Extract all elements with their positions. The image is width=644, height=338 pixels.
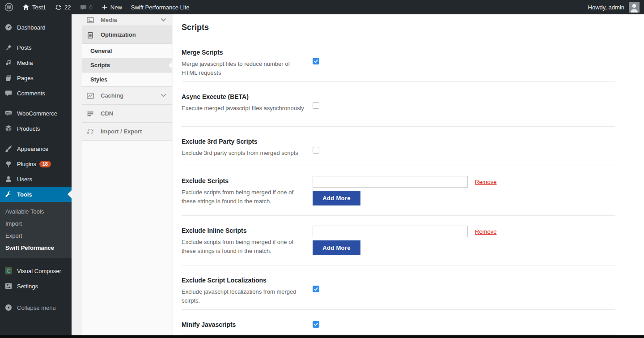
howdy-label: Howdy, admin [588,4,624,11]
site-link[interactable]: Test1 [18,0,51,14]
media-icon [4,58,13,67]
sidebar-item-users[interactable]: Users [0,171,72,187]
section-title: Merge Scripts [182,48,313,56]
comment-bubble-icon [80,4,87,11]
sidebar-item-tools[interactable]: Tools [0,187,72,202]
plugin-tab-label: CDN [101,110,113,117]
merge-scripts-checkbox[interactable] [313,58,319,64]
comments-link[interactable]: 0 [76,0,97,14]
exclude-inline-scripts-input[interactable] [313,226,468,237]
sidebar-item-comments[interactable]: Comments [0,86,72,101]
sidebar-item-appearance[interactable]: Appearance [0,141,72,156]
remove-link[interactable]: Remove [475,228,496,235]
section-text: Exclude Script LocalizationsExclude java… [182,276,313,309]
sidebar-item-label: Users [17,176,32,183]
submenu-item-export[interactable]: Export [0,230,72,242]
minify-javascripts-checkbox[interactable] [313,321,319,328]
sidebar-item-label: WooCommerce [17,110,57,117]
plugin-tab-import-export[interactable]: Import / Export [82,123,172,141]
plugin-tab-caching[interactable]: Caching [82,87,172,105]
submenu-item-available-tools[interactable]: Available Tools [0,205,72,218]
menu-group: Visual ComposerSettings [0,263,72,294]
sidebar-item-label: Appearance [17,145,48,152]
updates-icon [55,4,62,11]
plugin-tab-media[interactable]: Media [82,14,172,26]
tools-icon [4,190,13,199]
comments-icon [4,89,13,98]
sidebar-item-label: Tools [17,191,32,198]
menu-group: PostsMediaPagesComments [0,40,72,101]
sidebar-item-settings[interactable]: Settings [0,278,72,294]
image-icon [87,17,94,24]
section-title: Exclude Script Localizations [182,276,313,284]
section-description: Merge javascript files to reduce number … [182,60,305,77]
section-title: Async Execute (BETA) [182,93,313,101]
sidebar-item-products[interactable]: Products [0,121,72,136]
sidebar-item-pages[interactable]: Pages [0,70,72,86]
visual-composer-icon [4,266,13,275]
plugin-tab-cdn[interactable]: CDN [82,105,172,123]
woocommerce-icon: Woo [4,109,13,118]
section-description: Exclude javascript localizations from me… [182,287,305,305]
account-menu[interactable]: Howdy, admin [584,0,644,14]
collapse-menu-button[interactable]: Collapse menu [0,300,72,315]
section-control [313,93,615,126]
sidebar-item-visual-composer[interactable]: Visual Composer [0,263,72,278]
update-count: 22 [64,4,71,11]
settings-section-exclude-inline-scripts: Exclude Inline ScriptsExclude scripts fr… [182,216,615,265]
svg-text:Woo: Woo [6,112,11,114]
users-icon [4,175,13,184]
sidebar-item-dashboard[interactable]: Dashboard [0,20,72,35]
exclude-scripts-input[interactable] [313,176,468,188]
page-title: Scripts [182,22,644,32]
clipboard-icon [87,31,94,39]
plugin-tab-general[interactable]: General [82,44,172,58]
sidebar-item-label: Settings [17,283,38,290]
add-more-button[interactable]: Add More [313,191,360,205]
settings-section-async-execute-beta-: Async Execute (BETA)Execute merged javas… [182,82,615,127]
sidebar-item-media[interactable]: Media [0,55,72,70]
section-title: Minify Javascripts [182,321,313,329]
plugin-tab-label: General [90,47,112,54]
plugin-tab-styles[interactable]: Styles [82,73,172,87]
swift-performance-menu[interactable]: Swift Performance Lite [127,0,194,14]
window-bottom-strip [0,335,644,338]
section-control [313,137,615,166]
section-control [313,276,615,309]
async-execute-beta--checkbox[interactable] [313,102,319,109]
appearance-icon [4,144,13,153]
admin-bar: W Test1 22 0 [0,0,644,14]
sidebar-item-posts[interactable]: Posts [0,40,72,55]
plugin-tab-label: Styles [90,76,107,83]
section-control: RemoveAdd More [313,177,615,215]
exclude-script-localizations-checkbox[interactable] [313,286,319,292]
plugin-tab-scripts[interactable]: Scripts [82,58,172,73]
dashboard-icon [4,23,13,32]
plugin-tab-optimization[interactable]: Optimization [82,26,172,44]
site-name: Test1 [32,4,46,11]
sidebar-item-label: Products [17,125,40,132]
plugin-tab-label: Scripts [90,62,110,68]
section-text: Merge ScriptsMerge javascript files to r… [182,48,313,81]
sidebar-item-label: Media [17,60,33,66]
sidebar-item-plugins[interactable]: Plugins18 [0,156,72,171]
sidebar-item-woocommerce[interactable]: WooWooCommerce [0,106,72,121]
submenu-item-import[interactable]: Import [0,218,72,230]
submenu-item-swift-peformance[interactable]: Swift Peformance [0,242,72,254]
wordpress-menu[interactable]: W [0,0,18,14]
settings-section-minify-javascripts: Minify Javascripts [182,310,615,334]
plugin-tab-label: Optimization [101,31,136,38]
menu-group: AppearancePlugins18UsersToolsAvailable T… [0,141,72,258]
sync-icon [87,128,94,135]
posts-icon [4,43,13,52]
exclude-3rd-party-scripts-checkbox[interactable] [313,147,319,154]
sidebar-item-label: Comments [17,90,45,97]
add-more-button[interactable]: Add More [313,240,360,255]
remove-link[interactable]: Remove [475,179,496,185]
settings-panel: Scripts Merge ScriptsMerge javascript fi… [173,14,644,335]
updates-link[interactable]: 22 [51,0,75,14]
settings-sections: Merge ScriptsMerge javascript files to r… [182,38,644,334]
home-icon [22,4,30,11]
settings-section-exclude-script-localizations: Exclude Script LocalizationsExclude java… [182,265,615,310]
new-content-menu[interactable]: New [97,0,127,14]
